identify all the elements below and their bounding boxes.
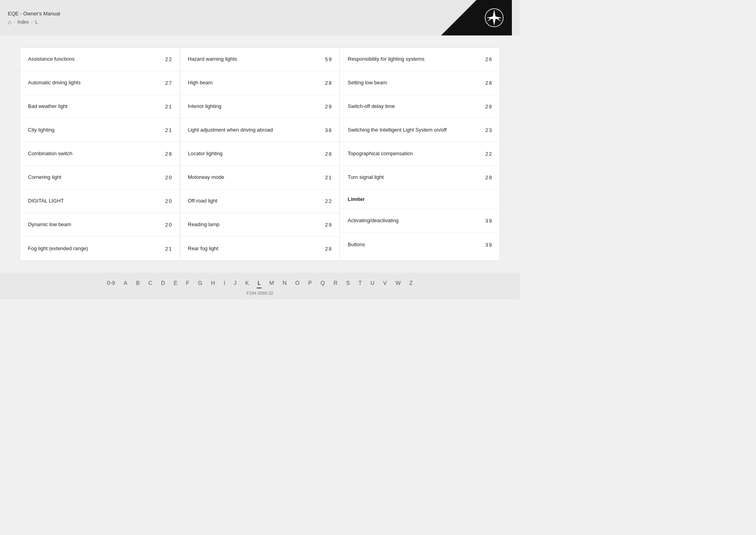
list-item[interactable]: Automatic driving lights 27 [20, 71, 180, 95]
alpha-q[interactable]: Q [320, 278, 326, 288]
alpha-t[interactable]: T [358, 278, 363, 288]
entry-page: 28 [325, 80, 332, 86]
entry-label: Bad weather light [28, 103, 162, 110]
alpha-l[interactable]: L [257, 278, 261, 288]
entry-label: Assistance functions [28, 56, 162, 63]
entry-page: 20 [165, 198, 172, 204]
list-item[interactable]: Buttons 39 [340, 233, 500, 256]
alpha-i[interactable]: I [223, 278, 226, 288]
index-col-2: Hazard warning lights 59 High beam 28 In… [180, 48, 340, 260]
entry-page: 20 [165, 175, 172, 180]
alphabet-row: 0-9 A B C D E F G H I J K L M N O P Q R … [94, 278, 425, 288]
entry-label: Interior lighting [188, 103, 322, 110]
alpha-z[interactable]: Z [409, 278, 414, 288]
alpha-b[interactable]: B [135, 278, 140, 288]
list-item[interactable]: Bad weather light 21 [20, 95, 180, 119]
index-col-3: Responsibility for lighting systems 26 S… [340, 48, 500, 260]
entry-label: Setting low beam [348, 79, 482, 86]
entry-page: 22 [165, 56, 172, 62]
list-item[interactable]: Responsibility for lighting systems 26 [340, 48, 500, 71]
list-item[interactable]: Activating/deactivating 39 [340, 209, 500, 233]
entry-label: Rear fog light [188, 245, 322, 252]
alpha-m[interactable]: M [269, 278, 275, 288]
list-item[interactable]: Fog light (extended range) 21 [20, 237, 180, 260]
alpha-u[interactable]: U [370, 278, 375, 288]
breadcrumb: ⌂ › Index › L [8, 19, 60, 25]
list-item[interactable]: Assistance functions 22 [20, 48, 180, 71]
entry-page: 39 [485, 242, 492, 248]
list-item[interactable]: Cornering light 20 [20, 166, 180, 189]
alpha-g[interactable]: G [197, 278, 203, 288]
list-item[interactable]: Turn signal light 28 [340, 166, 500, 189]
page-header: EQE - Owner's Manual ⌂ › Index › L [0, 0, 520, 35]
entry-page: 39 [485, 218, 492, 224]
alpha-w[interactable]: W [395, 278, 401, 288]
entry-label: Turn signal light [348, 174, 482, 181]
entry-label: High beam [188, 79, 322, 86]
alpha-p[interactable]: P [308, 278, 313, 288]
alpha-f[interactable]: F [185, 278, 190, 288]
alpha-v[interactable]: V [382, 278, 387, 288]
entry-page: 28 [485, 175, 492, 180]
section-header-limiter: Limiter [340, 189, 500, 209]
alpha-c[interactable]: C [148, 278, 153, 288]
entry-label: Combination switch [28, 150, 162, 157]
entry-label: Light adjustment when driving abroad [188, 126, 322, 134]
alpha-k[interactable]: K [245, 278, 250, 288]
entry-page: 27 [165, 80, 172, 86]
index-col-1: Assistance functions 22 Automatic drivin… [20, 48, 180, 260]
entry-label: Cornering light [28, 174, 162, 181]
alpha-j[interactable]: J [233, 278, 237, 288]
header-left: EQE - Owner's Manual ⌂ › Index › L [8, 11, 60, 25]
alpha-d[interactable]: D [160, 278, 166, 288]
alpha-a[interactable]: A [123, 278, 128, 288]
entry-label: Switching the Intelligent Light System o… [348, 126, 482, 134]
alpha-h[interactable]: H [210, 278, 216, 288]
entry-label: Locator lighting [188, 150, 322, 157]
header-right [441, 0, 512, 35]
list-item[interactable]: Light adjustment when driving abroad 38 [180, 119, 339, 142]
entry-page: 38 [325, 127, 332, 133]
alpha-s[interactable]: S [345, 278, 350, 288]
list-item[interactable]: Rear fog light 28 [180, 237, 339, 260]
breadcrumb-current: L [35, 19, 38, 25]
list-item[interactable]: Motorway mode 21 [180, 166, 339, 189]
entry-label: Topographical compensation [348, 150, 482, 157]
entry-page: 21 [325, 175, 332, 180]
entry-page: 22 [325, 198, 332, 204]
entry-label: Off-road light [188, 197, 322, 204]
entry-page: 20 [165, 222, 172, 228]
list-item[interactable]: Off-road light 22 [180, 189, 339, 213]
list-item[interactable]: Setting low beam 28 [340, 71, 500, 95]
bottom-nav: 0-9 A B C D E F G H I J K L M N O P Q R … [0, 273, 520, 299]
entry-page: 28 [165, 151, 172, 157]
list-item[interactable]: Combination switch 28 [20, 142, 180, 166]
list-item[interactable]: Hazard warning lights 59 [180, 48, 339, 71]
svg-marker-3 [495, 16, 501, 22]
home-icon[interactable]: ⌂ [8, 19, 11, 25]
header-triangle [441, 0, 476, 35]
list-item[interactable]: Interior lighting 29 [180, 95, 339, 119]
breadcrumb-index[interactable]: Index [17, 19, 29, 25]
alpha-n[interactable]: N [282, 278, 287, 288]
entry-page: 59 [325, 56, 332, 62]
list-item[interactable]: Reading lamp 29 [180, 213, 339, 237]
list-item[interactable]: Locator lighting 28 [180, 142, 339, 166]
list-item[interactable]: Dynamic low beam 20 [20, 213, 180, 237]
alpha-o[interactable]: O [295, 278, 300, 288]
list-item[interactable]: Switching the Intelligent Light System o… [340, 119, 500, 142]
alpha-r[interactable]: R [333, 278, 338, 288]
entry-label: City lighting [28, 126, 162, 134]
list-item[interactable]: City lighting 21 [20, 119, 180, 142]
alpha-e[interactable]: E [173, 278, 178, 288]
entry-label: Fog light (extended range) [28, 245, 162, 252]
list-item[interactable]: Switch-off delay time 28 [340, 95, 500, 119]
list-item[interactable]: Topographical compensation 22 [340, 142, 500, 166]
entry-label: Reading lamp [188, 221, 322, 228]
main-content: Assistance functions 22 Automatic drivin… [0, 35, 520, 273]
alpha-09[interactable]: 0-9 [106, 278, 116, 288]
entry-label: Motorway mode [188, 174, 322, 181]
list-item[interactable]: DIGITAL LIGHT 20 [20, 189, 180, 213]
list-item[interactable]: High beam 28 [180, 71, 339, 95]
entry-label: Buttons [348, 241, 482, 248]
